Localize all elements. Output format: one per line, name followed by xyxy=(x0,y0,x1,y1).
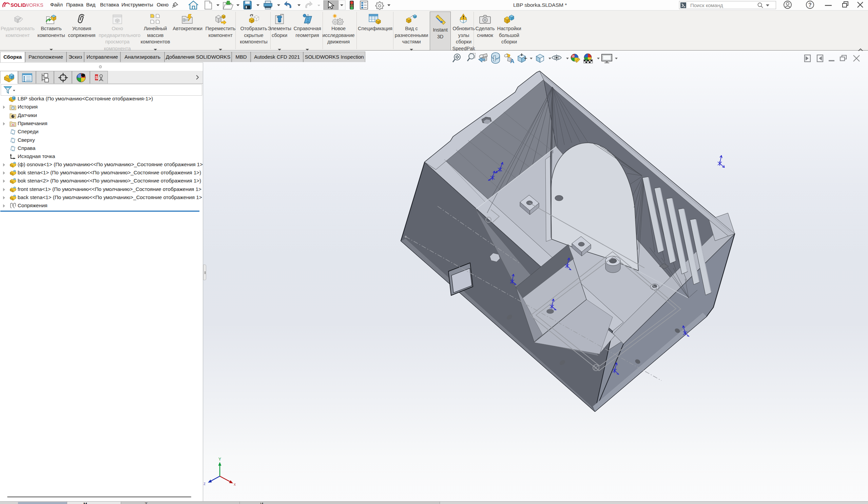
svg-text:z: z xyxy=(204,481,206,486)
svg-text:?: ? xyxy=(808,2,812,8)
svg-text:WORKS: WORKS xyxy=(24,2,43,8)
svg-text:S: S xyxy=(95,75,98,80)
svg-text:SOLID: SOLID xyxy=(11,2,26,8)
svg-text:A: A xyxy=(12,123,14,126)
svg-text:Y: Y xyxy=(218,457,221,462)
svg-text:x: x xyxy=(234,482,236,487)
svg-text:A: A xyxy=(510,58,514,64)
